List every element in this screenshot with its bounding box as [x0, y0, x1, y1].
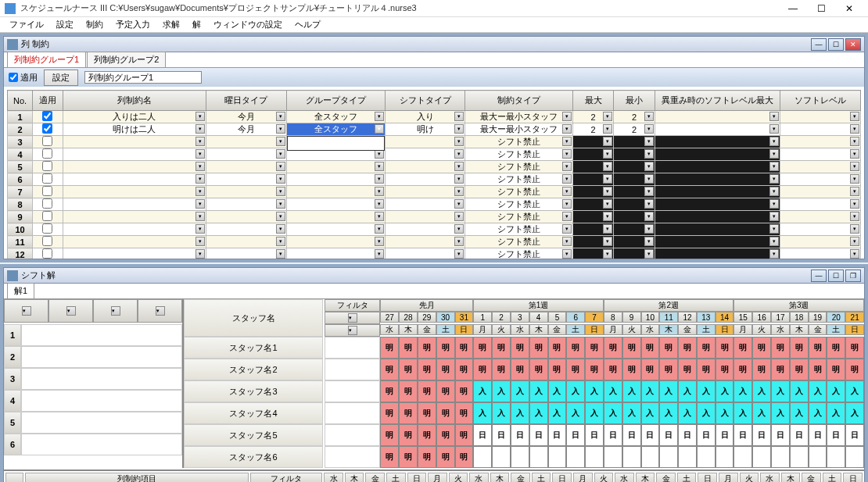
dropdown-icon[interactable]: ▾ [454, 187, 464, 196]
shifttype-cell[interactable]: 入り▾ [385, 111, 465, 123]
constraint-name-cell[interactable]: ▾ [63, 198, 206, 211]
dropdown-icon[interactable]: ▾ [195, 112, 205, 121]
shift-cell[interactable]: 日 [827, 424, 845, 446]
shift-cell[interactable]: 入 [659, 402, 678, 424]
row-number[interactable]: 6 [4, 434, 21, 455]
shift-cell[interactable]: 入 [733, 402, 752, 424]
shift-cell[interactable]: 日 [716, 424, 734, 446]
shift-cell[interactable]: 入 [827, 380, 845, 402]
shift-cell[interactable]: 明 [529, 337, 548, 359]
day-number[interactable]: 9 [622, 312, 641, 323]
dropdown-icon[interactable]: ▾ [850, 249, 859, 259]
shift-cell[interactable]: 明 [418, 337, 436, 359]
dropdown-icon[interactable]: ▾ [195, 149, 205, 159]
dropdown-icon[interactable]: ▾ [850, 162, 859, 171]
dropdown-icon[interactable]: ▾ [454, 237, 464, 246]
panel-minimize-button[interactable]: — [811, 270, 827, 282]
day-number[interactable]: 4 [529, 312, 548, 323]
dropdown-icon[interactable]: ▾ [276, 199, 285, 209]
softlevel-max-cell[interactable]: ▾ [655, 198, 780, 211]
dropdown-icon[interactable]: ▾ [769, 137, 779, 146]
shift-cell[interactable]: 入 [492, 380, 511, 402]
constrainttype-cell[interactable]: シフト禁止▾ [465, 186, 572, 198]
dropdown-icon[interactable]: ▾ [644, 237, 654, 246]
dropdown-icon[interactable]: ▾ [769, 149, 779, 159]
dropdown-icon[interactable]: ▾ [769, 199, 779, 209]
shift-cell[interactable]: 明 [733, 337, 752, 359]
tab-solution1[interactable]: 解1 [7, 283, 34, 298]
shift-cell[interactable]: 明 [455, 380, 474, 402]
shift-cell[interactable] [752, 446, 771, 468]
row-number[interactable]: 9 [8, 211, 33, 223]
dropdown-icon[interactable]: ▾ [195, 249, 205, 259]
apply-cell[interactable] [33, 148, 63, 161]
apply-cell[interactable] [33, 248, 63, 259]
staff-name-cell[interactable]: スタッフ名2 [184, 359, 323, 380]
staff-name-cell[interactable]: スタッフ名1 [184, 337, 323, 359]
col-header[interactable]: 最小 [614, 91, 655, 111]
shift-cell[interactable]: 入 [622, 402, 641, 424]
shift-cell[interactable]: 入 [771, 380, 790, 402]
row-number[interactable]: 11 [8, 236, 33, 248]
max-cell[interactable]: ▾ [572, 148, 614, 161]
shift-cell[interactable] [492, 446, 511, 468]
shift-cell[interactable]: 明 [659, 337, 678, 359]
shift-cell[interactable]: 明 [566, 359, 585, 380]
softlevel-max-cell[interactable]: ▾ [655, 211, 780, 223]
menu-ヘルプ[interactable]: ヘルプ [289, 17, 327, 32]
blank-header[interactable]: ▾ [138, 299, 182, 323]
dropdown-icon[interactable]: ▾ [66, 306, 76, 316]
apply-checkbox[interactable]: 適用 [9, 72, 38, 84]
dropdown-icon[interactable]: ▾ [603, 162, 612, 171]
shifttype-cell[interactable]: ▾ [385, 211, 465, 223]
shift-cell[interactable]: 明 [455, 446, 474, 468]
shift-cell[interactable]: 入 [529, 402, 548, 424]
shift-cell[interactable]: 明 [380, 446, 399, 468]
shift-cell[interactable]: 明 [585, 337, 604, 359]
shift-cell[interactable]: 入 [566, 402, 585, 424]
shift-cell[interactable]: 明 [697, 359, 716, 380]
softlevel-max-cell[interactable]: ▾ [655, 248, 780, 259]
row-number[interactable]: 1 [8, 111, 33, 123]
menu-解[interactable]: 解 [186, 17, 207, 32]
min-cell[interactable]: ▾ [614, 211, 655, 223]
shift-cell[interactable] [697, 446, 716, 468]
shift-cell[interactable]: 明 [436, 424, 455, 446]
min-cell[interactable]: ▾ [614, 248, 655, 259]
shift-cell[interactable]: 日 [641, 424, 660, 446]
blank-header[interactable]: ▾ [93, 299, 138, 323]
dropdown-icon[interactable]: ▾ [454, 124, 464, 134]
dropdown-icon[interactable]: ▾ [454, 137, 464, 146]
row-number[interactable]: 2 [4, 346, 21, 368]
dropdown-icon[interactable]: ▾ [769, 187, 779, 196]
grouptype-cell[interactable]: ▾ [286, 236, 385, 248]
shift-cell[interactable]: 明 [455, 424, 474, 446]
day-number[interactable]: 29 [418, 312, 436, 323]
dropdown-icon[interactable]: ▾ [603, 137, 612, 146]
shift-cell[interactable]: 明 [790, 359, 809, 380]
shift-cell[interactable]: 入 [473, 402, 492, 424]
dropdown-icon[interactable]: ▾ [769, 249, 779, 259]
dropdown-icon[interactable]: ▾ [195, 174, 205, 184]
max-cell[interactable]: ▾ [572, 186, 614, 198]
shift-cell[interactable]: 入 [771, 402, 790, 424]
shift-cell[interactable] [529, 446, 548, 468]
day-number[interactable]: 7 [585, 312, 604, 323]
dropdown-icon[interactable]: ▾ [644, 124, 654, 134]
min-cell[interactable]: 2▾ [614, 111, 655, 123]
shift-cell[interactable]: 入 [641, 402, 660, 424]
shift-cell[interactable]: 明 [380, 337, 399, 359]
max-cell[interactable]: ▾ [572, 198, 614, 211]
row-number[interactable]: 12 [8, 248, 33, 259]
min-cell[interactable]: ▾ [614, 161, 655, 173]
max-cell[interactable]: ▾ [572, 248, 614, 259]
dropdown-icon[interactable]: ▾ [276, 137, 285, 146]
shift-cell[interactable]: 日 [752, 424, 771, 446]
constraint-name-cell[interactable]: ▾ [63, 173, 206, 186]
day-number[interactable]: 13 [697, 312, 716, 323]
max-cell[interactable]: ▾ [572, 223, 614, 236]
shift-cell[interactable]: 入 [752, 402, 771, 424]
dropdown-icon[interactable]: ▾ [276, 249, 285, 259]
shift-cell[interactable]: 明 [399, 380, 418, 402]
dropdown-icon[interactable]: ▾ [603, 237, 612, 246]
